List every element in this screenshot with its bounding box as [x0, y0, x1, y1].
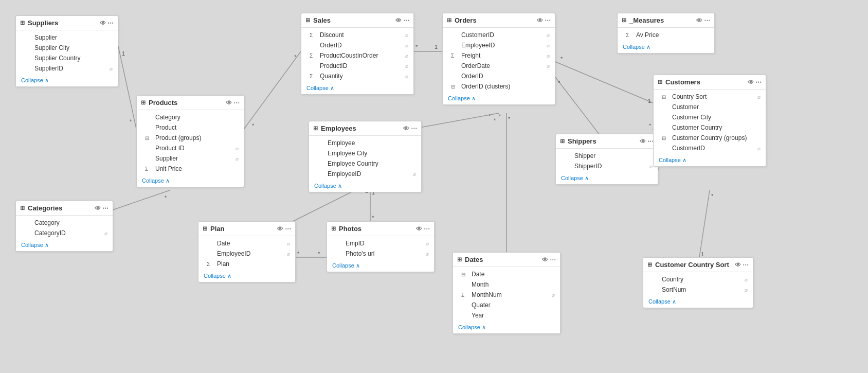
- table-body-orders: CustomerID⌀EmployeeID⌀ΣFreight⌀OrderDate…: [443, 28, 555, 94]
- grid-icon: ⊟: [145, 135, 152, 141]
- collapse-btn-suppliers[interactable]: Collapse ∧: [16, 76, 118, 86]
- table-actions-products[interactable]: 👁 ⋯: [226, 99, 240, 106]
- field-name: MonthNum: [472, 291, 549, 298]
- hidden-icon: ⌀: [547, 43, 550, 48]
- field-name: EmployeeID: [461, 42, 544, 49]
- hidden-icon: ⌀: [757, 146, 761, 151]
- table-row: Customer City: [654, 112, 766, 122]
- collapse-btn-orders[interactable]: Collapse ∧: [443, 94, 555, 104]
- table-actions-sales[interactable]: 👁 ⋯: [395, 17, 409, 24]
- table-header-dates: ⊞ Dates 👁 ⋯: [453, 253, 560, 267]
- field-name: EmpID: [346, 240, 423, 247]
- svg-line-18: [555, 62, 653, 103]
- table-actions-customers[interactable]: 👁 ⋯: [748, 79, 762, 86]
- collapse-btn-categories[interactable]: Collapse ∧: [16, 240, 113, 251]
- table-actions-employees[interactable]: 👁 ⋯: [403, 125, 417, 132]
- field-name: Employee: [328, 139, 416, 147]
- table-actions-categories[interactable]: 👁 ⋯: [95, 205, 109, 212]
- hidden-icon: ⌀: [287, 251, 290, 257]
- field-name: Quater: [472, 301, 555, 309]
- table-row: ⊟Date: [453, 269, 560, 279]
- svg-text:*: *: [294, 54, 297, 60]
- table-row: Shipper: [556, 151, 658, 161]
- svg-text:*: *: [318, 251, 320, 257]
- collapse-btn-employees[interactable]: Collapse ∧: [309, 181, 421, 192]
- collapse-btn-customer_country_sort[interactable]: Collapse ∧: [643, 297, 753, 308]
- field-name: Category: [34, 219, 107, 226]
- svg-line-0: [118, 46, 136, 129]
- field-name: OrderID: [320, 42, 402, 49]
- table-title-customer_country_sort: Customer Country Sort: [655, 261, 732, 269]
- table-actions-shippers[interactable]: 👁 ⋯: [640, 138, 654, 145]
- collapse-btn-dates[interactable]: Collapse ∧: [453, 323, 560, 333]
- table-row: ⊟Country Sort⌀: [654, 92, 766, 102]
- field-name: Quantity: [320, 73, 402, 80]
- collapse-label: Collapse ∧: [458, 324, 486, 331]
- table-row: Quater: [453, 300, 560, 310]
- collapse-btn-customers[interactable]: Collapse ∧: [654, 155, 766, 166]
- svg-line-33: [699, 190, 710, 257]
- table-photos: ⊞ Photos 👁 ⋯ EmpID⌀Photo's uri⌀Collapse …: [327, 221, 435, 272]
- collapse-btn-measures[interactable]: Collapse ∧: [618, 42, 714, 53]
- field-name: CustomerID: [672, 145, 754, 152]
- collapse-btn-plan[interactable]: Collapse ∧: [198, 271, 295, 282]
- hidden-icon: ⌀: [547, 53, 550, 59]
- table-sales: ⊞ Sales 👁 ⋯ ΣDiscount⌀OrderID⌀ΣProductCo…: [301, 13, 414, 95]
- svg-text:*: *: [297, 251, 300, 257]
- field-name: Category: [155, 114, 239, 121]
- svg-text:*: *: [252, 122, 255, 129]
- table-row: ⊟Product (groups): [137, 133, 244, 143]
- collapse-btn-shippers[interactable]: Collapse ∧: [556, 173, 658, 184]
- table-row: ΣMonthNum⌀: [453, 290, 560, 300]
- table-title-dates: Dates: [465, 256, 539, 263]
- svg-text:*: *: [499, 113, 501, 119]
- table-row: OrderDate⌀: [443, 61, 555, 71]
- table-actions-plan[interactable]: 👁 ⋯: [277, 225, 291, 233]
- table-title-photos: Photos: [339, 225, 413, 233]
- hidden-icon: ⌀: [426, 251, 429, 257]
- table-icon-orders: ⊞: [447, 17, 451, 24]
- field-name: Av Price: [636, 31, 709, 39]
- table-row: Supplier: [16, 32, 118, 43]
- hidden-icon: ⌀: [405, 43, 408, 48]
- svg-line-3: [244, 51, 301, 129]
- table-header-shippers: ⊞ Shippers 👁 ⋯: [556, 134, 658, 149]
- table-customers: ⊞ Customers 👁 ⋯ ⊟Country Sort⌀CustomerCu…: [653, 75, 766, 167]
- table-actions-dates[interactable]: 👁 ⋯: [542, 256, 556, 263]
- table-categories: ⊞ Categories 👁 ⋯ CategoryCategoryID⌀Coll…: [15, 201, 113, 252]
- table-row: Category: [137, 112, 244, 122]
- sigma-icon: Σ: [310, 74, 317, 79]
- table-icon-customers: ⊞: [658, 79, 662, 85]
- table-actions-orders[interactable]: 👁 ⋯: [537, 17, 551, 24]
- table-customer_country_sort: ⊞ Customer Country Sort 👁 ⋯ Country⌀Sort…: [643, 257, 753, 308]
- table-header-measures: ⊞ _Measures 👁 ⋯: [618, 13, 714, 28]
- table-row: Supplier Country: [16, 53, 118, 63]
- collapse-btn-photos[interactable]: Collapse ∧: [327, 261, 434, 272]
- table-icon-shippers: ⊞: [560, 138, 565, 145]
- collapse-label: Collapse ∧: [448, 95, 476, 102]
- field-name: OrderID (clusters): [461, 83, 550, 90]
- table-actions-suppliers[interactable]: 👁 ⋯: [100, 20, 114, 27]
- table-products: ⊞ Products 👁 ⋯ CategoryProduct⊟Product (…: [136, 95, 244, 187]
- table-title-measures: _Measures: [629, 16, 693, 24]
- hidden-icon: ⌀: [405, 74, 408, 79]
- hidden-icon: ⌀: [104, 230, 107, 236]
- table-body-measures: ΣAv Price: [618, 28, 714, 42]
- field-name: Photo's uri: [346, 250, 423, 257]
- table-icon-measures: ⊞: [622, 17, 626, 24]
- field-name: Country: [662, 276, 742, 283]
- table-row: Employee: [309, 138, 421, 148]
- field-name: Customer City: [672, 114, 761, 121]
- table-actions-customer_country_sort[interactable]: 👁 ⋯: [735, 261, 749, 269]
- hidden-icon: ⌀: [547, 32, 550, 38]
- table-actions-measures[interactable]: 👁 ⋯: [696, 17, 710, 24]
- table-row: Photo's uri⌀: [327, 248, 434, 259]
- collapse-btn-sales[interactable]: Collapse ∧: [301, 83, 413, 94]
- table-icon-sales: ⊞: [305, 17, 310, 24]
- table-title-suppliers: Suppliers: [28, 19, 97, 27]
- table-icon-categories: ⊞: [20, 205, 25, 211]
- table-actions-photos[interactable]: 👁 ⋯: [416, 225, 430, 233]
- hidden-icon: ⌀: [745, 287, 748, 293]
- svg-text:*: *: [372, 215, 374, 221]
- collapse-btn-products[interactable]: Collapse ∧: [137, 176, 244, 187]
